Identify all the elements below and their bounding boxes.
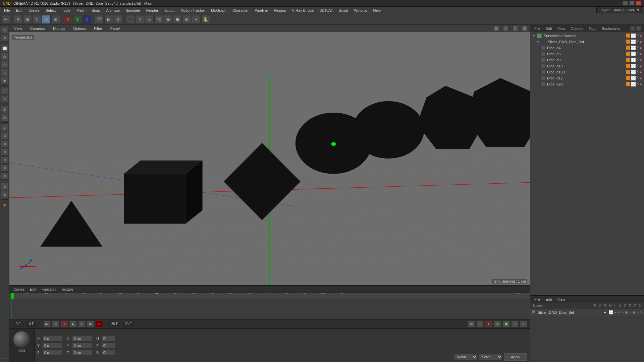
obj-ctrl-checker[interactable] bbox=[631, 34, 636, 38]
obj-ctrl-dot-d100[interactable]: ● bbox=[640, 70, 642, 74]
python-button[interactable]: 🐍 bbox=[201, 15, 210, 24]
menu-sculpt[interactable]: Sculpt bbox=[162, 8, 177, 13]
tl-tab-edit[interactable]: Edit bbox=[29, 287, 38, 292]
rpanel-tab-tags[interactable]: Tags bbox=[587, 26, 598, 31]
sidebar-tool-18[interactable]: ⊛ bbox=[1, 172, 8, 180]
spline-button[interactable]: ✎ bbox=[136, 15, 144, 24]
end-frame-field[interactable] bbox=[122, 321, 134, 327]
obj-ctrl-checker-d12[interactable] bbox=[631, 76, 636, 80]
obj-ctrl-x-d10[interactable]: ✕ bbox=[636, 64, 639, 68]
tl-extra-1[interactable]: ⊞ bbox=[468, 321, 475, 327]
titlebar-controls[interactable]: _ □ × bbox=[623, 1, 641, 6]
obj-dice-d100[interactable]: Dice_d100 ✕ ● bbox=[531, 69, 643, 75]
sidebar-tool-12[interactable]: ≡ bbox=[1, 124, 8, 131]
obj-ctrl-dot-d12[interactable]: ● bbox=[640, 76, 642, 80]
tl-extra-6[interactable]: ⊞ bbox=[511, 321, 519, 327]
stop-button[interactable]: ● bbox=[61, 321, 68, 327]
rpanel-bottom-row[interactable]: Silver_DND_Dice_Set ■ ≡ ✕ ≡ ▣ ≡ ▣ ≡ ✕ bbox=[530, 309, 644, 316]
rpanel-icon-check[interactable]: ✓ bbox=[630, 26, 635, 31]
obj-ctrl-color-d20[interactable] bbox=[626, 82, 630, 86]
z-pos-field-2[interactable] bbox=[72, 350, 92, 356]
move-tool-button[interactable]: ✥ bbox=[14, 15, 22, 24]
fps-field[interactable] bbox=[109, 321, 121, 327]
record-button[interactable]: ⏺ bbox=[96, 321, 103, 327]
y-pos-field-2[interactable] bbox=[72, 343, 92, 349]
transform-button[interactable]: ⊕ bbox=[51, 15, 60, 24]
display-menu[interactable]: Display bbox=[51, 26, 67, 31]
menu-render[interactable]: Render bbox=[144, 8, 161, 13]
obj-dice-d12[interactable]: Dice_d12 ✕ ● bbox=[531, 75, 643, 81]
maximize-button[interactable]: □ bbox=[629, 1, 635, 6]
obj-ctrl-dot-d10[interactable]: ● bbox=[640, 64, 642, 68]
field-button[interactable]: ◉ bbox=[164, 15, 172, 24]
sidebar-tool-19[interactable]: ⊜ bbox=[1, 183, 8, 190]
sidebar-tool-13[interactable]: ⊘ bbox=[1, 132, 8, 139]
obj-ctrl-checker-2[interactable] bbox=[631, 40, 636, 44]
rpanel-icon-x[interactable]: ✕ bbox=[636, 26, 641, 31]
obj-ctrl-checker-d8[interactable] bbox=[631, 58, 636, 62]
menu-mograph[interactable]: MoGraph bbox=[208, 8, 229, 13]
menu-script[interactable]: Script bbox=[336, 8, 351, 13]
transform-mode-dropdown[interactable]: Scale Move Rotate bbox=[479, 354, 502, 360]
view-menu[interactable]: View bbox=[12, 26, 24, 31]
obj-ctrl-color-d10[interactable] bbox=[626, 64, 630, 68]
obj-ctrl-color[interactable] bbox=[626, 34, 630, 38]
sidebar-tool-7[interactable]: ◆ bbox=[1, 77, 8, 84]
tl-tab-function[interactable]: Function bbox=[40, 287, 57, 292]
obj-ctrl-dot[interactable]: ● bbox=[640, 34, 642, 38]
rpanel-tab-edit[interactable]: Edit bbox=[544, 26, 553, 31]
obj-subdivision-surface[interactable]: ▼ Subdivision Surface ✕ ● bbox=[531, 33, 643, 39]
expand-icon-2[interactable]: ▼ bbox=[536, 40, 540, 44]
tl-extra-2[interactable]: ⊟ bbox=[476, 321, 484, 327]
filter-menu[interactable]: Filter bbox=[92, 26, 104, 31]
rpanel-tab-file[interactable]: File bbox=[533, 26, 542, 31]
obj-ctrl-x-2[interactable]: ✕ bbox=[636, 40, 639, 44]
obj-ctrl-dot-d4[interactable]: ● bbox=[640, 46, 642, 50]
apply-button[interactable]: Apply bbox=[504, 353, 527, 361]
sidebar-tool-14[interactable]: ⊗ bbox=[1, 140, 8, 147]
light2-button[interactable]: ✦ bbox=[192, 15, 201, 24]
menu-pipeline[interactable]: Pipeline bbox=[252, 8, 270, 13]
menu-snap[interactable]: Snap bbox=[89, 8, 103, 13]
deform-button[interactable]: ⌥ bbox=[154, 15, 163, 24]
close-button[interactable]: × bbox=[636, 1, 641, 6]
sidebar-tool-4[interactable]: ◎ bbox=[1, 53, 8, 60]
timeline-track[interactable] bbox=[9, 299, 530, 319]
menu-vray[interactable]: V-Ray Bridge bbox=[289, 8, 317, 13]
obj-ctrl-color-d12[interactable] bbox=[626, 76, 630, 80]
rotate-tool-button[interactable]: ↻ bbox=[33, 15, 41, 24]
layout-label[interactable]: Layout: Startup [User] ▼ bbox=[596, 7, 643, 13]
menu-character[interactable]: Character bbox=[230, 8, 251, 13]
menu-file[interactable]: File bbox=[1, 8, 13, 13]
timeline-playhead[interactable] bbox=[11, 293, 14, 299]
sidebar-tool-2[interactable]: ✥ bbox=[1, 34, 8, 42]
vp-icon-2[interactable]: + bbox=[503, 26, 508, 31]
obj-dice-d6[interactable]: Dice_d6 ✕ ● bbox=[531, 51, 643, 57]
menu-select[interactable]: Select bbox=[43, 8, 59, 13]
rpanel-tab-bookmarks[interactable]: Bookmarks bbox=[600, 26, 622, 31]
obj-list[interactable]: ▼ Subdivision Surface ✕ ● ▼ Silver_DND_D… bbox=[530, 32, 644, 295]
menu-3dtoall[interactable]: 3DToAll bbox=[317, 8, 335, 13]
menu-edit[interactable]: Edit bbox=[13, 8, 25, 13]
p-field[interactable] bbox=[102, 343, 115, 349]
select-tool-button[interactable]: ✛ bbox=[42, 15, 51, 24]
vp-icon-1[interactable]: ⊞ bbox=[494, 26, 499, 31]
tl-tab-create[interactable]: Create bbox=[12, 287, 26, 292]
obj-dice-d4[interactable]: Dice_d4 ✕ ● bbox=[531, 45, 643, 51]
sidebar-tool-21[interactable]: ◉ bbox=[1, 201, 8, 208]
obj-ctrl-color-d8[interactable] bbox=[626, 58, 630, 62]
obj-ctrl-checker-d6[interactable] bbox=[631, 52, 636, 56]
step-forward-button[interactable]: |▷ bbox=[78, 321, 86, 327]
rpanel-tab-objects[interactable]: Objects bbox=[569, 26, 584, 31]
obj-ctrl-x-d20[interactable]: ✕ bbox=[636, 82, 639, 86]
sidebar-tool-10[interactable]: $ bbox=[1, 106, 8, 113]
menu-tools[interactable]: Tools bbox=[59, 8, 73, 13]
play-button[interactable]: ▶ bbox=[69, 321, 77, 327]
current-frame-field[interactable] bbox=[25, 321, 38, 327]
b-field[interactable] bbox=[102, 350, 115, 356]
menu-window[interactable]: Window bbox=[351, 8, 370, 13]
obj-ctrl-checker-d100[interactable] bbox=[631, 70, 636, 74]
obj-ctrl-checker-d10[interactable] bbox=[631, 64, 636, 68]
render-settings-button[interactable]: ⚙ bbox=[114, 15, 122, 24]
x-pos-field-2[interactable] bbox=[72, 336, 92, 342]
